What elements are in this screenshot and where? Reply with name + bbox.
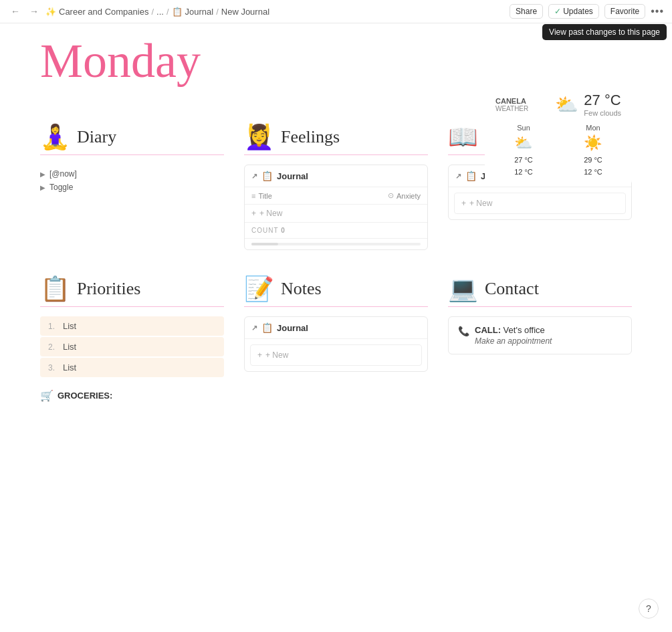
contact-header: 💻 Contact [448, 277, 632, 307]
weather-forecast: Sun ⛅ 27 °C 12 °C Mon ☀️ 29 °C 12 °C [495, 124, 621, 178]
topbar-right: Share ✓ Updates Favorite ••• [510, 4, 664, 19]
share-button[interactable]: Share [510, 4, 543, 19]
weather-location: CANELA WEATHER [495, 97, 528, 112]
breadcrumb-sep2: / [166, 7, 169, 17]
weather-subtitle: WEATHER [495, 105, 528, 112]
notes-header: 📝 Notes [244, 277, 428, 307]
feelings-section: 💆‍♀️ Feelings ↗ 📋 Journal ≡ Title ⊙ An [244, 125, 428, 250]
day-title: Monday [40, 34, 201, 88]
breadcrumb: ✨ Career and Companies / ... / 📋 Journal… [45, 7, 269, 17]
weather-top: CANELA WEATHER ⛅ 27 °C Few clouds [495, 92, 621, 117]
tooltip-bar: View past changes to this page [542, 24, 667, 40]
weather-day-mon-label: Mon [584, 124, 602, 132]
contact-call-label: CALL: [475, 325, 503, 335]
more-options-button[interactable]: ••• [651, 5, 664, 17]
diary-arrow-2: ▶ [40, 184, 45, 191]
feelings-journal-label: Journal [277, 171, 308, 181]
priority-label-3: List [63, 362, 76, 373]
breadcrumb-current: New Journal [221, 7, 269, 17]
contact-call-header: CALL: Vet's office [475, 325, 552, 335]
feelings-header: 💆‍♀️ Feelings [244, 125, 428, 155]
scroll-thumb [251, 243, 278, 245]
count-value: 0 [281, 227, 286, 234]
topbar-left: ← → ✨ Career and Companies / ... / 📋 Jou… [8, 5, 269, 18]
weather-current-temp: 27 °C [584, 92, 621, 109]
diary-arrow-1: ▶ [40, 171, 45, 178]
contact-icon: 💻 [448, 277, 478, 301]
contact-note: Make an appointment [475, 336, 552, 346]
breadcrumb-icon2: 📋 [172, 7, 183, 17]
weather-day-sun: Sun ⛅ 27 °C 12 °C [514, 124, 533, 178]
priority-item-3[interactable]: 3. List [40, 358, 224, 377]
routine-db-icon: 📋 [465, 171, 477, 181]
priority-list: 1. List 2. List 3. List [40, 316, 224, 377]
priorities-header: 📋 Priorities [40, 277, 224, 307]
priorities-section: 📋 Priorities 1. List 2. List 3. List 🛒 [40, 277, 224, 405]
feelings-table-header: ≡ Title ⊙ Anxiety [245, 187, 427, 205]
diary-section: 🧘‍♀️ Diary ▶ [@now] ▶ Toggle [40, 125, 224, 250]
weather-day-sun-low: 12 °C [514, 167, 533, 179]
priority-num-3: 3. [48, 363, 59, 373]
feelings-journal-link[interactable]: ↗ 📋 Journal [245, 165, 427, 187]
breadcrumb-career[interactable]: Career and Companies [59, 7, 148, 17]
notes-new-label: + New [265, 350, 288, 360]
weather-day-mon-low: 12 °C [584, 167, 602, 179]
weather-day-mon-high: 29 °C [584, 154, 602, 167]
notes-new-plus: + [257, 350, 262, 360]
weather-day-sun-icon: ⛅ [514, 134, 533, 152]
diary-content: ▶ [@now] ▶ Toggle [40, 165, 224, 197]
priority-num-2: 2. [48, 342, 59, 352]
breadcrumb-journal[interactable]: Journal [185, 7, 214, 17]
weather-day-mon-icon: ☀️ [584, 134, 602, 152]
priority-label-1: List [63, 321, 76, 331]
breadcrumb-sep1: / [151, 7, 154, 17]
anxiety-col-icon: ⊙ [388, 191, 394, 200]
contact-call-info: CALL: Vet's office Make an appointment [475, 325, 552, 346]
priorities-icon: 📋 [40, 277, 70, 301]
phone-icon: 📞 [458, 326, 469, 336]
notes-journal-link[interactable]: ↗ 📋 Journal [245, 317, 427, 339]
diary-row-now[interactable]: ▶ [@now] [40, 167, 224, 181]
diary-toggle-label: Toggle [49, 183, 73, 192]
diary-now-label: [@now] [49, 169, 77, 179]
breadcrumb-emoji: ✨ [45, 7, 56, 17]
diary-icon: 🧘‍♀️ [40, 125, 70, 149]
feelings-db-icon: 📋 [261, 171, 273, 181]
priority-label-2: List [63, 342, 76, 352]
day-title-container: Monday [40, 37, 632, 85]
contact-call-row: 📞 CALL: Vet's office Make an appointment [458, 325, 622, 346]
section-row-2: 📋 Priorities 1. List 2. List 3. List 🛒 [40, 277, 632, 405]
weather-day-mon: Mon ☀️ 29 °C 12 °C [584, 124, 602, 178]
favorite-button[interactable]: Favorite [604, 4, 645, 19]
notes-title: Notes [281, 279, 322, 299]
feelings-scrollbar[interactable] [245, 239, 427, 249]
routine-new-label: + New [469, 199, 492, 208]
back-button[interactable]: ← [8, 5, 23, 18]
priority-item-1[interactable]: 1. List [40, 316, 224, 336]
weather-current-desc: Few clouds [584, 109, 621, 117]
notes-journal-block: ↗ 📋 Journal + + New [244, 316, 428, 372]
feelings-col-title: ≡ Title [251, 192, 272, 200]
updates-button[interactable]: ✓ Updates [548, 4, 599, 19]
forward-button[interactable]: → [27, 5, 41, 18]
diary-row-toggle[interactable]: ▶ Toggle [40, 181, 224, 194]
notes-journal-label: Journal [277, 323, 308, 333]
help-button[interactable]: ? [639, 599, 659, 619]
topbar: ← → ✨ Career and Companies / ... / 📋 Jou… [0, 0, 672, 23]
feelings-icon: 💆‍♀️ [244, 125, 274, 149]
routine-new-button[interactable]: + + New [454, 193, 626, 214]
priority-item-2[interactable]: 2. List [40, 337, 224, 356]
routine-icon: 📖 [448, 125, 478, 149]
weather-day-sun-temps: 27 °C 12 °C [514, 154, 533, 178]
weather-day-sun-high: 27 °C [514, 154, 533, 167]
breadcrumb-dots[interactable]: ... [156, 7, 164, 17]
notes-db-icon: 📋 [261, 322, 273, 333]
weather-day-sun-label: Sun [514, 124, 533, 132]
feelings-journal-block: ↗ 📋 Journal ≡ Title ⊙ Anxiety + [244, 165, 428, 250]
feelings-title-col: Title [258, 192, 271, 200]
weather-day-mon-temps: 29 °C 12 °C [584, 154, 602, 178]
feelings-anxiety-col: Anxiety [397, 192, 421, 200]
notes-new-button[interactable]: + + New [250, 344, 422, 366]
groceries-row[interactable]: 🛒 GROCERIES: [40, 387, 224, 405]
feelings-add-button[interactable]: + + New [245, 205, 427, 223]
